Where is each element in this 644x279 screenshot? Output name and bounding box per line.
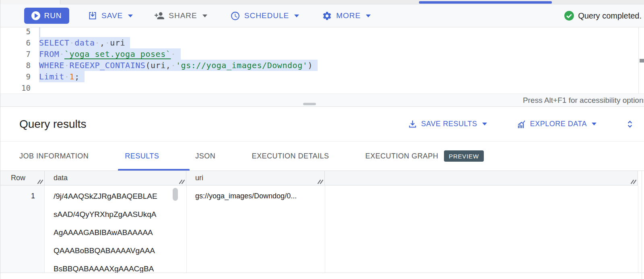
chevron-down-icon [592, 123, 597, 125]
save-button[interactable]: SAVE [88, 11, 133, 21]
selection-sliver [39, 27, 40, 37]
column-resize-handle[interactable] [37, 179, 43, 184]
data-cell-line: sAAD/4QyYRXhpZgAASUkqA [54, 205, 186, 223]
explore-data-button[interactable]: EXPLORE DATA [516, 119, 597, 129]
code-text: Limit·1; [35, 71, 85, 82]
chevron-down-icon [128, 15, 133, 17]
explore-data-label: EXPLORE DATA [530, 120, 587, 128]
tab-json[interactable]: JSON [195, 152, 215, 160]
data-cell[interactable]: /9j/4AAQSkZJRgABAQEBLAEsAAD/4QyYRXhpZgAA… [45, 185, 186, 273]
tab-results[interactable]: RESULTS [125, 152, 159, 160]
drag-handle[interactable] [303, 103, 316, 105]
results-actions: SAVE RESULTS EXPLORE DATA [408, 119, 635, 129]
save-results-button[interactable]: SAVE RESULTS [408, 119, 487, 129]
chevron-down-icon [366, 15, 371, 17]
schedule-label: SCHEDULE [244, 11, 289, 20]
code-text [35, 82, 39, 94]
more-label: MORE [336, 11, 361, 20]
column-resize-handle[interactable] [179, 179, 184, 184]
run-button[interactable]: RUN [24, 8, 69, 24]
tab-label: JOB INFORMATION [19, 152, 89, 160]
save-results-label: SAVE RESULTS [421, 120, 477, 128]
active-tab-indicator [419, 1, 552, 4]
data-cell-line: AgAAAAGABIBAwABAAAAA [54, 223, 186, 242]
results-table: Row data uri 1 /9j/4AAQSkZJRgABAQEBLAEsA… [0, 171, 644, 279]
code-lines: 56SELECT·data·,·uri7FROM·`yoga_set.yoga_… [0, 27, 644, 94]
column-header-data: data [45, 171, 186, 185]
chevron-down-icon [202, 15, 207, 17]
splitter-bar: Press Alt+F1 for accessibility options [0, 94, 644, 107]
code-line[interactable]: 6SELECT·data·,·uri [0, 37, 644, 48]
share-button[interactable]: SHARE [154, 10, 207, 21]
code-text: FROM·`yoga_set.yoga_poses`· [35, 48, 181, 60]
unfold-icon[interactable] [625, 119, 635, 129]
status-text: Query completed. [578, 11, 642, 21]
line-number: 5 [0, 27, 35, 37]
save-label: SAVE [101, 11, 123, 20]
data-cell-line: BsBBQABAAAAXgAAACgBA [54, 260, 186, 273]
table-header-row: Row data uri [0, 171, 638, 185]
cell-scrollbar-thumb[interactable] [173, 188, 178, 201]
play-icon [31, 11, 40, 20]
line-number: 7 [0, 48, 35, 60]
sql-editor[interactable]: 56SELECT·data·,·uri7FROM·`yoga_set.yoga_… [0, 27, 644, 94]
query-status: Query completed. [564, 10, 642, 21]
uri-cell[interactable]: gs://yoga_images/Downdog/0... [186, 185, 325, 273]
query-results-header: Query results SAVE RESULTS [0, 107, 644, 141]
column-header-uri: uri [186, 171, 325, 185]
window-left-edge [0, 0, 0, 279]
tab-job-information[interactable]: JOB INFORMATION [19, 152, 89, 160]
column-divider [638, 185, 638, 273]
tab-label: RESULTS [125, 152, 159, 160]
inactive-tab-edge [0, 0, 60, 4]
column-resize-handle[interactable] [630, 179, 636, 184]
run-label: RUN [44, 11, 62, 20]
code-text [35, 27, 40, 37]
row-number-cell: 1 [0, 185, 45, 273]
code-text: WHERE·REGEXP_CONTAINS(uri,·'gs://yoga_im… [35, 60, 318, 71]
column-header-row: Row [0, 171, 45, 185]
chart-icon [516, 119, 526, 129]
code-line[interactable]: 8WHERE·REGEXP_CONTAINS(uri,·'gs://yoga_i… [0, 60, 644, 71]
column-header-filler [325, 171, 638, 185]
page-title: Query results [19, 118, 87, 131]
check-circle-icon [564, 10, 574, 21]
column-divider [186, 185, 187, 273]
results-scrollbar-track [642, 171, 642, 279]
column-divider [325, 185, 325, 273]
save-icon [88, 11, 97, 21]
chevron-down-icon [294, 15, 299, 17]
line-number: 10 [0, 82, 35, 94]
tab-execution-graph[interactable]: EXECUTION GRAPHPREVIEW [365, 150, 484, 162]
tab-label: EXECUTION GRAPH [365, 152, 439, 160]
more-button[interactable]: MORE [322, 11, 371, 21]
schedule-button[interactable]: SCHEDULE [230, 11, 299, 21]
download-icon [408, 119, 417, 129]
tab-label: EXECUTION DETAILS [252, 152, 329, 160]
editor-scrollbar-thumb[interactable] [640, 59, 644, 62]
code-line[interactable]: 10 [0, 82, 644, 94]
table-body: 1 /9j/4AAQSkZJRgABAQEBLAEsAAD/4QyYRXhpZg… [0, 185, 644, 273]
line-number: 6 [0, 37, 35, 48]
editor-scrollbar-track [638, 27, 639, 94]
editor-tab-strip [0, 0, 644, 4]
tab-execution-details[interactable]: EXECUTION DETAILS [252, 152, 329, 160]
share-label: SHARE [169, 11, 197, 20]
accessibility-hint: Press Alt+F1 for accessibility options [523, 94, 644, 107]
column-resize-handle[interactable] [317, 179, 323, 184]
preview-badge: PREVIEW [444, 150, 484, 162]
gear-icon [322, 11, 332, 21]
active-tab-underline [118, 169, 190, 171]
code-line[interactable]: 5 [0, 27, 644, 37]
query-toolbar: RUN SAVE SHARE SCHEDULE [0, 4, 644, 27]
tab-label: JSON [195, 152, 215, 160]
person-add-icon [154, 10, 165, 21]
data-cell-line: /9j/4AAQSkZJRgABAQEBLAE [54, 187, 186, 205]
code-line[interactable]: 9Limit·1; [0, 71, 644, 82]
results-tab-bar: JOB INFORMATIONRESULTSJSONEXECUTION DETA… [0, 141, 644, 171]
line-number: 9 [0, 71, 35, 82]
line-number: 8 [0, 60, 35, 71]
data-cell-line: QAAABoBBQABAAAAVgAAA [54, 242, 186, 260]
code-text: SELECT·data·,·uri [35, 37, 130, 48]
code-line[interactable]: 7FROM·`yoga_set.yoga_poses`· [0, 48, 644, 60]
